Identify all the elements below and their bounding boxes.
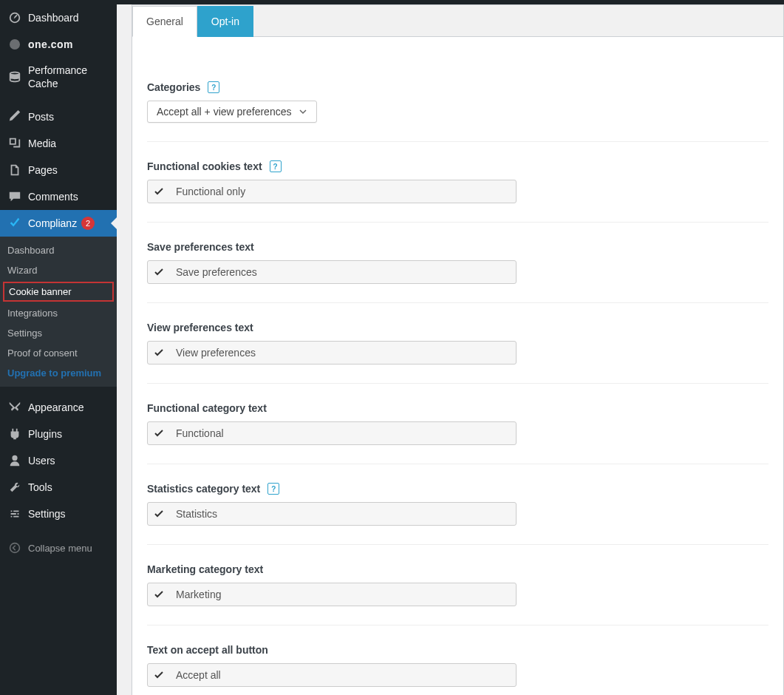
dashboard-icon <box>7 10 22 25</box>
field-save-prefs: Save preferences text <box>147 241 768 303</box>
collapse-icon <box>7 540 22 555</box>
sidebar-item-label: Plugins <box>28 427 62 441</box>
sidebar-item-label: Pages <box>28 163 58 177</box>
settings-icon <box>7 506 22 521</box>
checkmark-icon <box>148 589 170 600</box>
comments-icon <box>7 189 22 204</box>
categories-label: Categories <box>147 81 200 93</box>
appearance-icon <box>7 400 22 415</box>
field-functional-cat: Functional category text <box>147 402 768 464</box>
accept-all-label: Text on accept all button <box>147 644 268 656</box>
submenu-integrations[interactable]: Integrations <box>0 303 117 323</box>
admin-topbar <box>0 0 784 4</box>
submenu-upgrade[interactable]: Upgrade to premium <box>0 363 117 383</box>
checkmark-icon <box>148 267 170 277</box>
checkmark-icon <box>148 428 170 438</box>
view-prefs-input[interactable] <box>170 342 516 364</box>
field-stats-cat: Statistics category text ? <box>147 483 768 545</box>
main-content: General Opt-in Categories ? Accept all +… <box>117 0 784 695</box>
collapse-label: Collapse menu <box>28 543 92 554</box>
sidebar-item-label: one.com <box>28 38 73 51</box>
sidebar-item-performance-cache[interactable]: Performance Cache <box>0 58 117 96</box>
sidebar-item-label: Tools <box>28 481 52 494</box>
svg-point-0 <box>10 39 20 50</box>
cache-icon <box>7 70 22 84</box>
form-content: Categories ? Accept all + view preferenc… <box>132 37 783 695</box>
field-marketing-cat: Marketing category text <box>147 563 768 626</box>
posts-icon <box>7 109 22 124</box>
users-icon <box>7 453 22 468</box>
sidebar-item-media[interactable]: Media <box>0 130 117 157</box>
sidebar-item-plugins[interactable]: Plugins <box>0 421 117 447</box>
categories-select[interactable]: Accept all + view preferences <box>147 101 317 123</box>
submenu-wizard[interactable]: Wizard <box>0 260 117 280</box>
complianz-icon <box>7 216 22 231</box>
sidebar-item-pages[interactable]: Pages <box>0 157 117 183</box>
sidebar-item-label: Appearance <box>28 401 84 414</box>
submenu-proof-consent[interactable]: Proof of consent <box>0 343 117 363</box>
functional-cat-label: Functional category text <box>147 402 267 414</box>
field-categories: Categories ? Accept all + view preferenc… <box>147 81 768 142</box>
help-icon[interactable]: ? <box>267 483 279 495</box>
complianz-submenu: Dashboard Wizard Cookie banner Integrati… <box>0 237 117 387</box>
stats-cat-label: Statistics category text <box>147 483 260 495</box>
save-prefs-input[interactable] <box>170 261 516 283</box>
field-functional-cookies: Functional cookies text ? <box>147 160 768 223</box>
collapse-menu[interactable]: Collapse menu <box>0 533 117 563</box>
tools-icon <box>7 480 22 495</box>
categories-value: Accept all + view preferences <box>157 106 291 118</box>
submenu-settings[interactable]: Settings <box>0 323 117 343</box>
tab-general[interactable]: General <box>132 6 197 37</box>
sidebar-item-users[interactable]: Users <box>0 447 117 474</box>
chevron-down-icon <box>299 107 307 116</box>
functional-cat-input[interactable] <box>170 422 516 444</box>
sidebar-item-appearance[interactable]: Appearance <box>0 394 117 421</box>
pages-icon <box>7 163 22 177</box>
tab-bar: General Opt-in <box>132 5 783 37</box>
accept-all-input[interactable] <box>170 664 516 686</box>
sidebar-item-comments[interactable]: Comments <box>0 183 117 210</box>
sidebar-item-complianz[interactable]: Complianz 2 <box>0 210 117 237</box>
sidebar-item-label: Dashboard <box>28 11 79 24</box>
view-prefs-label: View preferences text <box>147 322 253 333</box>
sidebar-item-label: Media <box>28 137 56 150</box>
checkmark-icon <box>148 186 170 197</box>
settings-panel: General Opt-in Categories ? Accept all +… <box>132 4 784 695</box>
checkmark-icon <box>148 670 170 680</box>
sidebar-item-tools[interactable]: Tools <box>0 474 117 501</box>
svg-point-1 <box>10 543 20 553</box>
tab-optin[interactable]: Opt-in <box>197 6 253 37</box>
sidebar-item-label: Posts <box>28 110 54 123</box>
checkmark-icon <box>148 509 170 519</box>
save-prefs-label: Save preferences text <box>147 241 254 253</box>
checkmark-icon <box>148 348 170 358</box>
admin-sidebar: Dashboard one.com Performance Cache Post… <box>0 0 117 695</box>
sidebar-item-settings[interactable]: Settings <box>0 501 117 527</box>
submenu-cookie-banner[interactable]: Cookie banner <box>3 282 114 302</box>
onecom-icon <box>7 37 22 52</box>
sidebar-item-label: Settings <box>28 507 66 521</box>
sidebar-item-posts[interactable]: Posts <box>0 104 117 130</box>
marketing-cat-input[interactable] <box>170 583 516 606</box>
help-icon[interactable]: ? <box>208 81 219 93</box>
sidebar-badge: 2 <box>81 217 95 230</box>
functional-cookies-input[interactable] <box>170 180 516 203</box>
functional-cookies-label: Functional cookies text <box>147 160 262 172</box>
field-view-prefs: View preferences text <box>147 322 768 384</box>
marketing-cat-label: Marketing category text <box>147 563 263 575</box>
sidebar-item-label: Comments <box>28 190 78 203</box>
stats-cat-input[interactable] <box>170 503 516 525</box>
sidebar-item-onecom[interactable]: one.com <box>0 31 117 58</box>
help-icon[interactable]: ? <box>270 160 282 172</box>
submenu-dashboard[interactable]: Dashboard <box>0 240 117 260</box>
sidebar-item-label: Complianz <box>28 217 77 230</box>
plugins-icon <box>7 427 22 441</box>
sidebar-item-label: Users <box>28 454 55 467</box>
media-icon <box>7 136 22 151</box>
sidebar-item-label: Performance Cache <box>28 64 109 90</box>
sidebar-item-dashboard[interactable]: Dashboard <box>0 4 117 31</box>
field-accept-all: Text on accept all button <box>147 644 768 695</box>
